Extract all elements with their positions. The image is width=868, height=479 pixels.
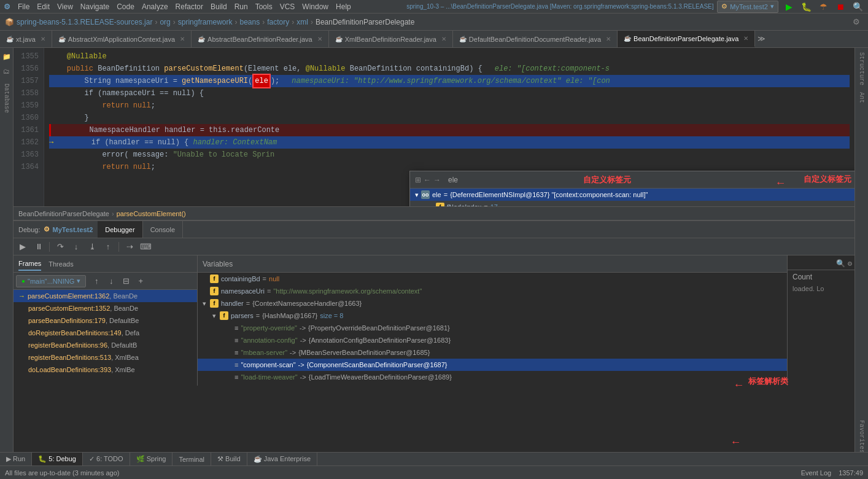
var-item-load-time-weaver[interactable]: ≡ "load-time-weaver" -> {LoadTimeWeaverB… <box>198 371 787 383</box>
menu-file[interactable]: File <box>18 2 29 11</box>
settings-icon[interactable]: ⚙ <box>850 15 863 29</box>
structure-icon[interactable]: 🗂 <box>1 65 13 77</box>
popup-copy-icon[interactable]: ⊞ <box>415 176 421 184</box>
favorites-sidebar-btn[interactable]: Favorites <box>856 421 868 452</box>
debug-popup: ⊞ ← → ele 自定义标签元 ▾ oo ele <box>409 171 854 206</box>
menu-code[interactable]: Code <box>117 2 134 11</box>
var-item-annotation-config[interactable]: ≡ "annotation-config" -> {AnnotationConf… <box>198 334 787 346</box>
breadcrumb-jar[interactable]: spring-beans-5.1.3.RELEASE-sources.jar <box>17 18 152 26</box>
ant-sidebar-btn[interactable]: Ant <box>856 88 868 107</box>
frame-up-btn[interactable]: ↑ <box>90 275 103 287</box>
breadcrumb-xml[interactable]: xml <box>296 18 308 26</box>
pause-btn[interactable]: ⏸ <box>32 241 45 253</box>
var-item-property-override[interactable]: ≡ "property-override" -> {PropertyOverri… <box>198 322 787 334</box>
menu-run[interactable]: Run <box>234 2 248 11</box>
vars-panel: Variables f containingBd = null <box>198 255 787 386</box>
evaluate-btn[interactable]: ⌨ <box>139 241 152 253</box>
jar-icon: 📦 <box>5 18 14 26</box>
popup-content[interactable]: ▾ oo ele = {DeferredElementNSImpl@1637} … <box>410 189 854 206</box>
search-everywhere-icon[interactable]: 🔍 <box>851 0 864 14</box>
run-btn[interactable]: ▶ <box>782 0 796 14</box>
breadcrumb-beans[interactable]: beans <box>239 18 260 26</box>
search-toolbar: 🔍 ⚙ <box>788 258 854 270</box>
tab-xmlbean[interactable]: ☕ XmlBeanDefinitionReader.java ✕ <box>329 31 453 47</box>
add-btn[interactable]: + <box>134 275 147 287</box>
var-item-containingBd[interactable]: f containingBd = null <box>198 273 787 285</box>
run-config-selector[interactable]: ⚙ MyTest.test2 ▾ <box>717 1 778 13</box>
tab-abstractbean[interactable]: ☕ AbstractBeanDefinitionReader.java ✕ <box>192 31 329 47</box>
popup-item-0[interactable]: ▾ oo ele = {DeferredElementNSImpl@1637} … <box>410 189 854 201</box>
var-item-parsers[interactable]: ▾ f parsers = {HashMap@1667} size = 8 <box>198 310 787 322</box>
frame-item-6[interactable]: doLoadBeanDefinitions:393 , XmlBe <box>14 364 197 376</box>
tab-beandefparser[interactable]: ☕ BeanDefinitionParserDelegate.java ✕ <box>618 31 755 47</box>
frame-item-3[interactable]: doRegisterBeanDefinitions:149 , Defa <box>14 327 197 339</box>
frames-header: Frames Threads <box>14 255 197 273</box>
bottom-tab-debug[interactable]: 🐛 5: Debug <box>32 453 83 465</box>
thread-selector[interactable]: ● "main"...NNING ▾ <box>16 275 86 287</box>
run-config-label: MyTest.test2 <box>730 3 768 10</box>
frame-item-1[interactable]: parseCustomElement:1352 , BeanDe <box>14 302 197 314</box>
breadcrumb-springframework[interactable]: springframework <box>178 18 233 26</box>
menu-edit[interactable]: Edit <box>37 2 50 11</box>
menu-analyze[interactable]: Analyze <box>142 2 168 11</box>
structure-sidebar-btn[interactable]: Structure <box>856 50 868 87</box>
bottom-tab-terminal[interactable]: Terminal <box>172 453 211 465</box>
tab-overflow[interactable]: ≫ <box>755 31 768 47</box>
popup-forward-icon[interactable]: → <box>433 176 441 184</box>
search-icon[interactable]: 🔍 <box>836 259 845 268</box>
frame-method: registerBeanDefinitions:96 <box>28 341 107 349</box>
var-item-mbean-server[interactable]: ≡ "mbean-server" -> {MBeanServerBeanDefi… <box>198 346 787 359</box>
step-out-btn[interactable]: ↑ <box>101 241 115 253</box>
code-line-1355: @Nullable <box>49 50 850 63</box>
bottom-tab-spring[interactable]: 🌿 Spring <box>130 453 173 465</box>
menu-help[interactable]: Help <box>336 2 351 11</box>
step-over-btn[interactable]: ↷ <box>53 241 67 253</box>
breadcrumb-org[interactable]: org <box>160 18 170 26</box>
bottom-tabs: ▶ Run 🐛 5: Debug ✓ 6: TODO 🌿 Spring Term… <box>0 452 868 465</box>
frame-item-2[interactable]: parseBeanDefinitions:179 , DefaultBe <box>14 314 197 327</box>
menu-refactor[interactable]: Refactor <box>176 2 203 11</box>
breadcrumb-class[interactable]: BeanDefinitionParserDelegate <box>316 18 414 26</box>
bottom-tab-run[interactable]: ▶ Run <box>0 453 32 465</box>
frame-item-5[interactable]: registerBeanDefinitions:513 , XmlBea <box>14 351 197 364</box>
run-to-cursor-btn[interactable]: ⇢ <box>123 241 136 253</box>
popup-title-label: ele <box>448 176 458 184</box>
stop-btn[interactable]: ⏹ <box>834 0 847 14</box>
menu-window[interactable]: Window <box>302 2 328 11</box>
frame-down-btn[interactable]: ↓ <box>104 275 118 287</box>
step-into-btn[interactable]: ↓ <box>69 241 83 253</box>
breadcrumb-class-name: BeanDefinitionParserDelegate <box>18 210 109 217</box>
force-step-into-btn[interactable]: ⤓ <box>85 241 99 253</box>
coverage-btn[interactable]: ☂ <box>816 0 830 14</box>
bottom-tab-build[interactable]: ⚒ Build <box>211 453 247 465</box>
menu-vcs[interactable]: VCS <box>280 2 295 11</box>
menu-view[interactable]: View <box>57 2 73 11</box>
popup-back-icon[interactable]: ← <box>424 176 431 184</box>
frame-item-4[interactable]: registerBeanDefinitions:96 , DefaultB <box>14 339 197 351</box>
frame-item-0[interactable]: → parseCustomElement:1362 , BeanDe <box>14 290 197 302</box>
menu-build[interactable]: Build <box>211 2 227 11</box>
resume-btn[interactable]: ▶ <box>16 241 29 253</box>
debug-btn[interactable]: 🐛 <box>799 0 813 14</box>
filter-btn[interactable]: ⊟ <box>119 275 133 287</box>
debug-tab-console[interactable]: Console <box>143 221 183 238</box>
settings-icon-small[interactable]: ⚙ <box>848 259 852 268</box>
database-icon[interactable]: Database <box>1 80 13 117</box>
tab-defaultbean[interactable]: ☕ DefaultBeanDefinitionDocumentReader.ja… <box>453 31 618 47</box>
popup-item-1[interactable]: f fNodeIndex = 17 <box>410 201 854 206</box>
event-log-link[interactable]: Event Log <box>801 469 832 477</box>
frames-tab-frames[interactable]: Frames <box>18 257 41 271</box>
bottom-tab-java[interactable]: ☕ Java Enterprise <box>247 453 317 465</box>
frames-tab-threads[interactable]: Threads <box>48 258 73 270</box>
menu-tools[interactable]: Tools <box>255 2 273 11</box>
debug-tab-debugger[interactable]: Debugger <box>98 221 142 238</box>
var-item-handler[interactable]: ▾ f handler = {ContextNamespaceHandler@1… <box>198 297 787 310</box>
tab-xt[interactable]: ☕ xt.java ✕ <box>0 31 52 47</box>
project-icon[interactable]: 📁 <box>1 50 13 63</box>
var-item-namespaceUri[interactable]: f namespaceUri = "http://www.springframe… <box>198 285 787 297</box>
menu-navigate[interactable]: Navigate <box>80 2 109 11</box>
bottom-tab-todo[interactable]: ✓ 6: TODO <box>83 453 130 465</box>
tab-abstractxml[interactable]: ☕ AbstractXmlApplicationContext.java ✕ <box>52 31 192 47</box>
var-item-component-scan[interactable]: ≡ "component-scan" -> {ComponentScanBean… <box>198 359 787 371</box>
breadcrumb-factory[interactable]: factory <box>267 18 289 26</box>
